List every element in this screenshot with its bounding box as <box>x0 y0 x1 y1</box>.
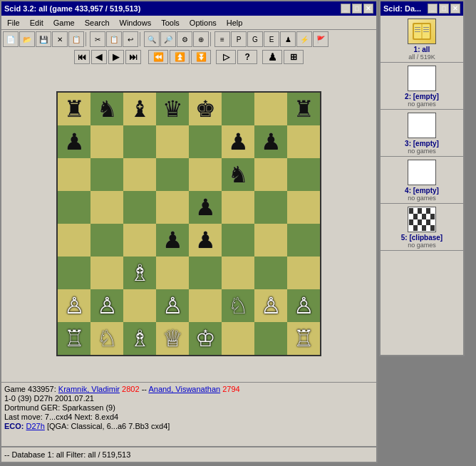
toolbar-copy[interactable]: 📋 <box>68 31 84 47</box>
chess-cell-6-6[interactable]: ♙ <box>254 289 287 322</box>
chess-cell-0-0[interactable]: ♜ <box>58 93 90 125</box>
menu-search[interactable]: Search <box>81 18 114 28</box>
nav-hint[interactable]: ? <box>237 50 257 64</box>
chess-cell-7-6[interactable] <box>254 322 287 355</box>
chess-cell-7-3[interactable]: ♕ <box>156 322 189 355</box>
nav-next[interactable]: ▶ <box>108 50 124 64</box>
chess-cell-2-6[interactable] <box>254 158 287 191</box>
chess-cell-0-7[interactable]: ♜ <box>287 93 320 125</box>
db-minimize-button[interactable]: _ <box>428 4 438 14</box>
chess-cell-2-7[interactable] <box>287 158 320 191</box>
menu-game[interactable]: Game <box>49 18 79 28</box>
chess-cell-4-2[interactable] <box>123 224 156 257</box>
chess-cell-2-5[interactable]: ♞ <box>222 158 254 191</box>
chess-cell-7-1[interactable]: ♘ <box>90 322 123 355</box>
chess-cell-7-4[interactable]: ♔ <box>189 322 222 355</box>
chess-cell-6-2[interactable] <box>123 289 156 322</box>
chess-cell-6-5[interactable]: ♘ <box>222 289 254 322</box>
nav-prev[interactable]: ◀ <box>91 50 107 64</box>
toolbar-paste[interactable]: 📋 <box>106 31 122 47</box>
chess-cell-3-7[interactable] <box>287 191 320 224</box>
db-close-button[interactable]: ✕ <box>450 4 460 14</box>
chess-cell-0-4[interactable]: ♚ <box>189 93 222 125</box>
white-player[interactable]: Kramnik, Vladimir <box>58 385 120 393</box>
chess-cell-6-3[interactable]: ♙ <box>156 289 189 322</box>
db-entry-1[interactable]: 2: [empty]no games <box>381 63 463 110</box>
chess-cell-5-4[interactable] <box>189 257 222 289</box>
close-button[interactable]: ✕ <box>363 4 373 14</box>
chess-cell-5-6[interactable] <box>254 257 287 289</box>
chess-cell-2-0[interactable] <box>58 158 90 191</box>
chess-cell-6-0[interactable]: ♙ <box>58 289 90 322</box>
chess-cell-1-7[interactable] <box>287 125 320 158</box>
chess-cell-4-1[interactable] <box>90 224 123 257</box>
menu-file[interactable]: File <box>3 18 24 28</box>
chess-cell-3-4[interactable]: ♟ <box>189 191 222 224</box>
db-entry-3[interactable]: 4: [empty]no games <box>381 157 463 204</box>
menu-help[interactable]: Help <box>222 18 247 28</box>
chess-cell-7-2[interactable]: ♗ <box>123 322 156 355</box>
chess-cell-3-3[interactable] <box>156 191 189 224</box>
chess-cell-5-1[interactable] <box>90 257 123 289</box>
minimize-button[interactable]: _ <box>341 4 351 14</box>
chess-cell-5-3[interactable] <box>156 257 189 289</box>
toolbar-search1[interactable]: 🔍 <box>144 31 160 47</box>
toolbar-cut[interactable]: ✂ <box>90 31 105 47</box>
chess-cell-1-0[interactable]: ♟ <box>58 125 90 158</box>
chess-cell-1-5[interactable]: ♟ <box>222 125 254 158</box>
chess-cell-4-4[interactable]: ♟ <box>189 224 222 257</box>
chess-cell-6-7[interactable]: ♙ <box>287 289 320 322</box>
toolbar-pgn[interactable]: P <box>231 31 247 47</box>
chess-cell-3-6[interactable] <box>254 191 287 224</box>
chess-cell-3-5[interactable] <box>222 191 254 224</box>
toolbar-pgn2[interactable]: G <box>247 31 263 47</box>
chess-cell-1-4[interactable] <box>189 125 222 158</box>
chess-cell-5-5[interactable] <box>222 257 254 289</box>
chess-cell-6-1[interactable]: ♙ <box>90 289 123 322</box>
nav-icon2[interactable]: ⊞ <box>284 50 304 64</box>
toolbar-gamelist[interactable]: ≡ <box>214 31 230 47</box>
toolbar-search2[interactable]: 🔎 <box>160 31 176 47</box>
chess-cell-2-3[interactable] <box>156 158 189 191</box>
toolbar-filter[interactable]: ⚙ <box>177 31 192 47</box>
nav-next-var[interactable]: ⏬ <box>191 50 211 64</box>
toolbar-open[interactable]: 📂 <box>19 31 35 47</box>
toolbar-filter2[interactable]: ⊕ <box>193 31 209 47</box>
chess-cell-0-5[interactable] <box>222 93 254 125</box>
chess-cell-5-7[interactable] <box>287 257 320 289</box>
nav-icon1[interactable]: ♟ <box>262 50 282 64</box>
menu-tools[interactable]: Tools <box>157 18 184 28</box>
chess-cell-3-2[interactable] <box>123 191 156 224</box>
chess-cell-7-5[interactable] <box>222 322 254 355</box>
chess-cell-5-0[interactable] <box>58 257 90 289</box>
db-entry-2[interactable]: 3: [empty]no games <box>381 110 463 157</box>
menu-windows[interactable]: Windows <box>115 18 156 28</box>
chess-cell-4-3[interactable]: ♟ <box>156 224 189 257</box>
chess-cell-1-3[interactable] <box>156 125 189 158</box>
nav-back-var[interactable]: ⏪ <box>148 50 168 64</box>
chess-cell-4-0[interactable] <box>58 224 90 257</box>
nav-prev-var[interactable]: ⏫ <box>170 50 190 64</box>
toolbar-close[interactable]: ✕ <box>52 31 68 47</box>
db-maximize-button[interactable]: □ <box>439 4 449 14</box>
nav-last[interactable]: ⏭ <box>125 50 141 64</box>
chess-cell-2-4[interactable] <box>189 158 222 191</box>
chess-cell-6-4[interactable] <box>189 289 222 322</box>
chess-cell-0-2[interactable]: ♝ <box>123 93 156 125</box>
chess-cell-3-0[interactable] <box>58 191 90 224</box>
eco-code[interactable]: D27h <box>26 422 45 430</box>
chess-cell-1-1[interactable] <box>90 125 123 158</box>
db-entry-4[interactable]: 5: [clipbase]no games <box>381 204 463 251</box>
menu-options[interactable]: Options <box>185 18 221 28</box>
chess-cell-1-2[interactable] <box>123 125 156 158</box>
toolbar-undo[interactable]: ↩ <box>123 31 138 47</box>
chess-cell-7-7[interactable]: ♖ <box>287 322 320 355</box>
chess-cell-4-7[interactable] <box>287 224 320 257</box>
toolbar-flag[interactable]: 🚩 <box>313 31 328 47</box>
chess-cell-4-5[interactable] <box>222 224 254 257</box>
black-player[interactable]: Anand, Viswanathan <box>148 385 220 393</box>
toolbar-save[interactable]: 💾 <box>36 31 51 47</box>
chess-cell-1-6[interactable]: ♟ <box>254 125 287 158</box>
menu-edit[interactable]: Edit <box>26 18 48 28</box>
chess-cell-0-3[interactable]: ♛ <box>156 93 189 125</box>
